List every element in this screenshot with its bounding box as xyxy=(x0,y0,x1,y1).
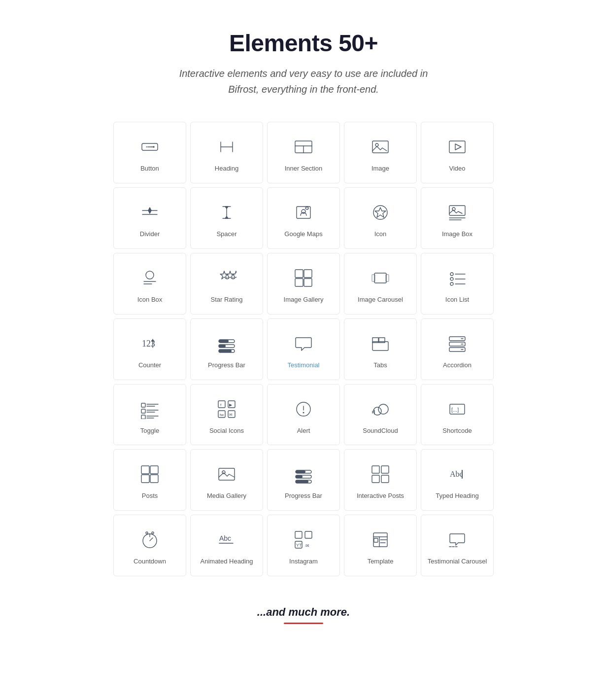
svg-rect-91 xyxy=(141,466,149,474)
grid-item-instagram[interactable]: ✉YTInstagram xyxy=(267,515,340,576)
grid-item-image-carousel[interactable]: Image Carousel xyxy=(344,253,417,315)
footer-section: ...and much more. xyxy=(257,606,350,624)
grid-item-counter[interactable]: 123Counter xyxy=(113,318,186,380)
grid-item-accordion[interactable]: Accordion xyxy=(421,318,494,380)
svg-rect-35 xyxy=(304,270,312,278)
instagram-label: Instagram xyxy=(289,558,318,566)
svg-text:Abc: Abc xyxy=(219,534,231,542)
svg-point-41 xyxy=(450,273,453,276)
svg-text:YT: YT xyxy=(296,543,302,548)
image-carousel-label: Image Carousel xyxy=(358,296,403,304)
video-icon xyxy=(445,135,469,159)
heading-icon xyxy=(215,135,238,159)
grid-item-star-rating[interactable]: Star Rating xyxy=(190,253,263,315)
grid-item-testimonial-carousel[interactable]: Testimonial Carousel xyxy=(421,515,494,576)
grid-item-google-maps[interactable]: Google Maps xyxy=(267,187,340,249)
template-icon xyxy=(369,528,392,552)
grid-item-inner-section[interactable]: Inner Section xyxy=(267,122,340,183)
inner-section-icon xyxy=(292,135,315,159)
star-rating-label: Star Rating xyxy=(210,296,242,304)
svg-rect-7 xyxy=(449,141,465,153)
svg-point-1 xyxy=(153,146,154,147)
svg-rect-38 xyxy=(374,273,386,283)
grid-item-soundcloud[interactable]: SoundCloud xyxy=(344,384,417,446)
svg-point-84 xyxy=(303,412,304,413)
svg-point-86 xyxy=(378,404,388,414)
svg-rect-65 xyxy=(141,403,145,407)
svg-text:f: f xyxy=(220,403,222,407)
grid-item-heading[interactable]: Heading xyxy=(190,122,263,183)
svg-rect-93 xyxy=(141,475,149,483)
grid-item-progress-bar[interactable]: Progress Bar xyxy=(190,318,263,380)
svg-text:✉: ✉ xyxy=(229,413,233,417)
grid-item-template[interactable]: Template xyxy=(344,515,417,576)
svg-rect-102 xyxy=(296,480,308,483)
grid-item-posts[interactable]: Posts xyxy=(113,449,186,511)
svg-rect-37 xyxy=(304,279,312,286)
svg-rect-68 xyxy=(141,409,145,413)
grid-item-image-box[interactable]: Image Box xyxy=(421,187,494,249)
alert-icon xyxy=(292,397,315,421)
grid-item-toggle[interactable]: Toggle xyxy=(113,384,186,446)
svg-line-111 xyxy=(150,538,153,541)
grid-item-divider[interactable]: Divider xyxy=(113,187,186,249)
grid-item-interactive-posts[interactable]: Interactive Posts xyxy=(344,449,417,511)
instagram-icon: ✉YT xyxy=(292,528,315,552)
tabs-icon xyxy=(369,332,392,355)
testimonial-icon xyxy=(292,332,315,355)
icon-list-label: Icon List xyxy=(445,296,469,304)
icon-icon xyxy=(369,201,392,224)
grid-item-video[interactable]: Video xyxy=(421,122,494,183)
grid-item-animated-heading[interactable]: AbcAnimated Heading xyxy=(190,515,263,576)
image-box-label: Image Box xyxy=(442,230,472,239)
grid-item-progress-bar-2[interactable]: Progress Bar xyxy=(267,449,340,511)
interactive-posts-icon xyxy=(369,462,392,486)
google-maps-icon xyxy=(292,201,315,224)
alert-label: Alert xyxy=(297,427,310,435)
spacer-icon xyxy=(215,201,238,224)
testimonial-label: Testimonial xyxy=(287,361,319,370)
svg-rect-34 xyxy=(295,270,303,278)
grid-item-button[interactable]: Button xyxy=(113,122,186,183)
svg-rect-105 xyxy=(372,475,379,483)
testimonial-carousel-label: Testimonial Carousel xyxy=(428,558,487,566)
grid-item-social-icons[interactable]: f▶tw✉Social Icons xyxy=(190,384,263,446)
svg-marker-12 xyxy=(148,210,151,213)
svg-rect-106 xyxy=(381,475,389,483)
svg-marker-8 xyxy=(455,144,461,150)
grid-item-tabs[interactable]: Tabs xyxy=(344,318,417,380)
progress-bar-icon xyxy=(215,332,238,355)
grid-item-spacer[interactable]: Spacer xyxy=(190,187,263,249)
grid-item-alert[interactable]: Alert xyxy=(267,384,340,446)
grid-item-icon-list[interactable]: Icon List xyxy=(421,253,494,315)
divider-icon xyxy=(138,201,162,224)
svg-rect-55 xyxy=(219,350,232,352)
soundcloud-label: SoundCloud xyxy=(363,427,398,435)
grid-item-image[interactable]: Image xyxy=(344,122,417,183)
svg-marker-23 xyxy=(375,208,386,217)
svg-point-113 xyxy=(152,532,154,534)
grid-item-typed-heading[interactable]: AbcTyped Heading xyxy=(421,449,494,511)
grid-item-shortcode[interactable]: [...]Shortcode xyxy=(421,384,494,446)
image-label: Image xyxy=(371,165,389,173)
svg-text:Abc: Abc xyxy=(450,470,463,478)
grid-item-testimonial[interactable]: Testimonial xyxy=(267,318,340,380)
accordion-label: Accordion xyxy=(443,361,472,370)
countdown-icon xyxy=(138,528,162,552)
toggle-icon xyxy=(138,397,162,421)
grid-item-countdown[interactable]: Countdown xyxy=(113,515,186,576)
button-label: Button xyxy=(140,165,159,173)
icon-box-label: Icon Box xyxy=(137,296,163,304)
svg-text:tw: tw xyxy=(220,413,224,417)
grid-item-media-gallery[interactable]: Media Gallery xyxy=(190,449,263,511)
grid-item-icon[interactable]: Icon xyxy=(344,187,417,249)
image-icon xyxy=(369,135,392,159)
icon-box-icon xyxy=(138,266,162,290)
svg-text:✉: ✉ xyxy=(305,543,309,548)
grid-item-icon-box[interactable]: Icon Box xyxy=(113,253,186,315)
svg-rect-104 xyxy=(381,466,389,473)
countdown-label: Countdown xyxy=(134,558,166,566)
svg-marker-11 xyxy=(148,208,151,210)
grid-item-image-gallery[interactable]: Image Gallery xyxy=(267,253,340,315)
shortcode-label: Shortcode xyxy=(442,427,472,435)
